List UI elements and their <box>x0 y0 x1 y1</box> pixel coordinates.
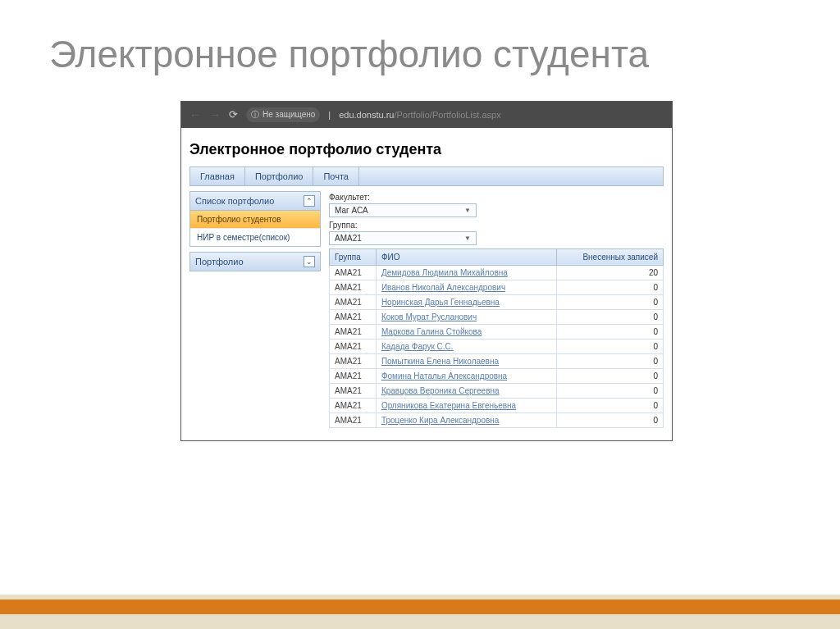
forward-arrow-icon[interactable]: → <box>209 108 221 121</box>
back-arrow-icon[interactable]: ← <box>189 108 201 121</box>
student-link[interactable]: Маркова Галина Стойкова <box>381 327 482 336</box>
cell-group: АМА21 <box>330 368 377 383</box>
student-link[interactable]: Помыткина Елена Николаевна <box>381 357 499 366</box>
chevron-down-icon: ⌄ <box>304 256 315 267</box>
table-row: АМА21Фомина Наталья Александровна0 <box>330 368 664 383</box>
cell-group: АМА21 <box>330 383 377 398</box>
sidebar: Список портфолио ⌃ Портфолио студентов Н… <box>189 191 321 428</box>
student-link[interactable]: Кравцова Вероника Сергеевна <box>381 386 500 395</box>
cell-count: 0 <box>557 383 664 398</box>
student-link[interactable]: Коков Мурат Русланович <box>381 312 477 321</box>
table-row: АМА21Коков Мурат Русланович0 <box>330 309 664 324</box>
page-content: Электронное портфолио студента Главная П… <box>181 128 672 440</box>
url-bar[interactable]: edu.donstu.ru/Portfolio/PortfolioList.as… <box>339 110 501 120</box>
faculty-value: Маг АСА <box>335 206 368 215</box>
cell-count: 0 <box>557 368 664 383</box>
table-row: АМА21Маркова Галина Стойкова0 <box>330 324 664 339</box>
table-row: АМА21Орляникова Екатерина Евгеньевна0 <box>330 398 664 412</box>
caret-down-icon: ▼ <box>464 207 471 214</box>
student-link[interactable]: Демидова Людмила Михайловна <box>381 268 508 277</box>
cell-count: 0 <box>557 324 664 339</box>
cell-group: АМА21 <box>330 339 377 353</box>
cell-count: 20 <box>557 265 664 280</box>
info-icon: ⓘ <box>251 109 259 121</box>
url-path: /Portfolio/PortfolioList.aspx <box>394 110 500 120</box>
top-nav: Главная Портфолио Почта <box>189 166 664 186</box>
nav-mail[interactable]: Почта <box>313 167 359 185</box>
cell-group: АМА21 <box>330 294 377 309</box>
cell-group: АМА21 <box>330 280 377 294</box>
table-row: АМА21Помыткина Елена Николаевна0 <box>330 353 664 368</box>
sidebar-panel-list-body: Портфолио студентов НИР в семестре(списо… <box>189 211 321 247</box>
student-link[interactable]: Орляникова Екатерина Евгеньевна <box>381 401 516 410</box>
sidebar-panel-portfolio-header[interactable]: Портфолио ⌄ <box>189 252 321 271</box>
cell-fio: Фомина Наталья Александровна <box>376 368 556 383</box>
cell-count: 0 <box>557 294 664 309</box>
sidebar-item-students[interactable]: Портфолио студентов <box>190 211 320 229</box>
sidebar-panel-list-header[interactable]: Список портфолио ⌃ <box>189 191 321 211</box>
col-group-header[interactable]: Группа <box>330 248 377 265</box>
cell-count: 0 <box>557 339 664 353</box>
cell-fio: Орляникова Екатерина Евгеньевна <box>376 398 556 412</box>
security-badge[interactable]: ⓘ Не защищено <box>246 107 320 122</box>
faculty-label: Факультет: <box>329 193 664 202</box>
student-link[interactable]: Фомина Наталья Александровна <box>381 371 507 381</box>
url-separator: | <box>328 110 331 120</box>
cell-count: 0 <box>557 412 664 427</box>
table-row: АМА21Демидова Людмила Михайловна20 <box>330 265 664 280</box>
nav-home[interactable]: Главная <box>190 167 245 185</box>
cell-group: АМА21 <box>330 398 377 412</box>
cell-fio: Кравцова Вероника Сергеевна <box>376 383 556 398</box>
cell-fio: Троценко Кира Александровна <box>376 412 556 427</box>
cell-fio: Коков Мурат Русланович <box>376 309 556 324</box>
students-table: Группа ФИО Внесенных записей АМА21Демидо… <box>329 248 664 428</box>
cell-group: АМА21 <box>330 265 377 280</box>
cell-count: 0 <box>557 309 664 324</box>
cell-group: АМА21 <box>330 309 377 324</box>
table-row: АМА21Кадада Фарук С.С.0 <box>330 339 664 353</box>
browser-chrome: ← → ⟳ ⓘ Не защищено | edu.donstu.ru/Port… <box>181 102 672 128</box>
col-count-header[interactable]: Внесенных записей <box>557 248 664 265</box>
group-dropdown[interactable]: АМА21 ▼ <box>329 231 477 245</box>
cell-count: 0 <box>557 353 664 368</box>
student-link[interactable]: Кадада Фарук С.С. <box>381 342 454 351</box>
browser-screenshot: ← → ⟳ ⓘ Не защищено | edu.donstu.ru/Port… <box>180 101 673 441</box>
faculty-dropdown[interactable]: Маг АСА ▼ <box>329 203 477 217</box>
table-row: АМА21Иванов Николай Александрович0 <box>330 280 664 294</box>
footer-stripe <box>0 599 840 614</box>
nav-portfolio[interactable]: Портфолио <box>245 167 314 185</box>
caret-down-icon: ▼ <box>464 235 471 242</box>
cell-count: 0 <box>557 398 664 412</box>
slide-title: Электронное портфолио студента <box>0 0 840 93</box>
url-host: edu.donstu.ru <box>339 110 394 120</box>
table-row: АМА21Норинская Дарья Геннадьевна0 <box>330 294 664 309</box>
group-label: Группа: <box>329 221 664 230</box>
cell-fio: Маркова Галина Стойкова <box>376 324 556 339</box>
cell-group: АМА21 <box>330 412 377 427</box>
cell-fio: Помыткина Елена Николаевна <box>376 353 556 368</box>
reload-icon[interactable]: ⟳ <box>229 108 238 121</box>
sidebar-item-nir[interactable]: НИР в семестре(список) <box>190 229 320 246</box>
table-row: АМА21Троценко Кира Александровна0 <box>330 412 664 427</box>
page-heading: Электронное портфолио студента <box>189 141 664 158</box>
sidebar-panel-portfolio-label: Портфолио <box>195 257 244 267</box>
student-link[interactable]: Норинская Дарья Геннадьевна <box>381 298 500 307</box>
main-area: Факультет: Маг АСА ▼ Группа: АМА21 ▼ Гру… <box>329 191 664 428</box>
sidebar-panel-list-label: Список портфолио <box>195 196 274 206</box>
cell-fio: Иванов Николай Александрович <box>376 280 556 294</box>
cell-fio: Демидова Людмила Михайловна <box>376 265 556 280</box>
student-link[interactable]: Иванов Николай Александрович <box>381 283 505 292</box>
cell-count: 0 <box>557 280 664 294</box>
table-row: АМА21Кравцова Вероника Сергеевна0 <box>330 383 664 398</box>
group-value: АМА21 <box>335 234 362 243</box>
cell-group: АМА21 <box>330 353 377 368</box>
col-fio-header[interactable]: ФИО <box>376 248 556 265</box>
security-label: Не защищено <box>262 110 315 119</box>
chevron-up-icon: ⌃ <box>304 195 315 207</box>
cell-fio: Кадада Фарук С.С. <box>376 339 556 353</box>
cell-fio: Норинская Дарья Геннадьевна <box>376 294 556 309</box>
cell-group: АМА21 <box>330 324 377 339</box>
student-link[interactable]: Троценко Кира Александровна <box>381 416 500 425</box>
